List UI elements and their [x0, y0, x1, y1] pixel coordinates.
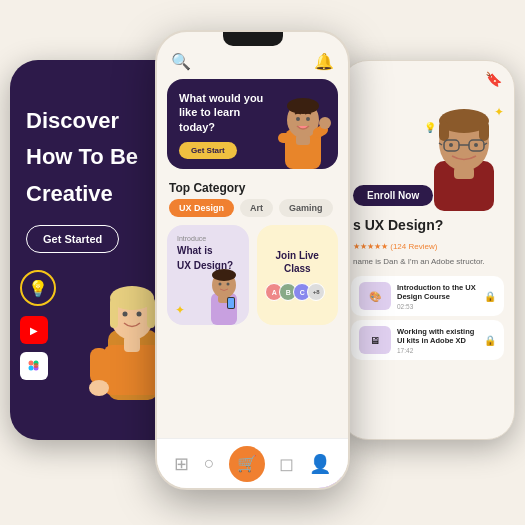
- category-gaming[interactable]: Gaming: [279, 199, 333, 217]
- cards-row: Introduce What is UX Design?: [167, 225, 338, 325]
- category-ux-design[interactable]: UX Design: [169, 199, 234, 217]
- course-thumb-2: 🖥: [359, 326, 391, 354]
- avatar-more: +8: [307, 283, 325, 301]
- left-icons: 💡 ▶: [20, 270, 56, 380]
- svg-text:💡: 💡: [424, 121, 437, 134]
- svg-point-32: [226, 283, 229, 286]
- lock-icon-1: 🔒: [484, 291, 496, 302]
- phone-right: 🔖: [340, 60, 515, 440]
- live-class-card[interactable]: Join Live Class A B C +8: [257, 225, 339, 325]
- banner-title-line2: like to learn: [179, 105, 326, 119]
- center-topbar: 🔍 🔔: [157, 46, 348, 75]
- figma-icon: [20, 352, 48, 380]
- course-duration-2: 17:42: [397, 347, 478, 354]
- lock-icon-2: 🔒: [484, 335, 496, 346]
- svg-rect-46: [479, 121, 489, 141]
- avatar-row: A B C +8: [269, 283, 325, 301]
- svg-rect-10: [104, 345, 162, 395]
- course-thumb-1: 🎨: [359, 282, 391, 310]
- category-art[interactable]: Art: [240, 199, 273, 217]
- svg-rect-12: [90, 348, 108, 384]
- right-phone-person: ✦ 💡: [414, 91, 514, 211]
- svg-rect-9: [147, 298, 155, 328]
- course-item-1[interactable]: 🎨 Introduction to the UX Design Course 0…: [351, 276, 504, 316]
- banner-title-line1: What would you: [179, 91, 326, 105]
- nav-profile-icon[interactable]: 👤: [309, 453, 331, 475]
- svg-rect-45: [439, 121, 449, 141]
- course-info-2: Working with existing UI kits in Adobe X…: [397, 327, 478, 355]
- nav-bookmark-icon[interactable]: ◻: [279, 453, 294, 475]
- right-topbar: 🔖: [341, 61, 514, 91]
- course-name-2: Working with existing UI kits in Adobe X…: [397, 327, 478, 347]
- svg-point-4: [34, 363, 39, 368]
- svg-point-14: [89, 380, 109, 396]
- nav-cart-icon[interactable]: 🛒: [229, 446, 265, 482]
- intro-title-line1: What is: [177, 244, 239, 257]
- introduce-card[interactable]: Introduce What is UX Design?: [167, 225, 249, 325]
- left-heading-line2: How To Be: [26, 144, 169, 170]
- sparkle-icon: ✦: [175, 303, 185, 317]
- svg-text:✦: ✦: [494, 105, 504, 119]
- live-title-line2: Class: [284, 262, 311, 275]
- svg-point-0: [29, 361, 34, 366]
- svg-point-53: [449, 143, 453, 147]
- rating: ★★★★★ (124 Review): [341, 240, 514, 253]
- svg-rect-47: [454, 167, 474, 179]
- svg-rect-34: [228, 298, 234, 308]
- banner-title-line3: today?: [179, 120, 326, 134]
- svg-point-16: [123, 312, 128, 317]
- left-heading-line1: Discover: [26, 108, 169, 134]
- course-duration-1: 02:53: [397, 303, 478, 310]
- course-name-1: Introduction to the UX Design Course: [397, 283, 478, 303]
- svg-rect-8: [110, 298, 118, 328]
- banner-text: What would you like to learn today? Get …: [179, 91, 326, 159]
- live-title-line1: Join Live: [276, 249, 319, 262]
- nav-search-icon[interactable]: ○: [204, 453, 215, 474]
- right-bookmark-icon[interactable]: 🔖: [485, 71, 502, 87]
- banner-cta-button[interactable]: Get Start: [179, 142, 237, 159]
- bottom-nav: ⊞ ○ 🛒 ◻ 👤: [157, 438, 348, 488]
- intro-label: Introduce: [177, 235, 239, 242]
- top-category-label: Top Category: [157, 173, 348, 199]
- svg-point-54: [474, 143, 478, 147]
- scene: Discover How To Be Creative Get Started …: [0, 0, 525, 525]
- svg-point-1: [29, 366, 34, 371]
- notch: [223, 32, 283, 46]
- intro-card-person: [199, 265, 249, 325]
- course-list: 🎨 Introduction to the UX Design Course 0…: [351, 276, 504, 360]
- nav-home-icon[interactable]: ⊞: [174, 453, 189, 475]
- left-heading-line3: Creative: [26, 181, 169, 207]
- bulb-icon: 💡: [20, 270, 56, 306]
- youtube-icon: ▶: [20, 316, 48, 344]
- svg-point-31: [218, 283, 221, 286]
- banner-card: What would you like to learn today? Get …: [167, 79, 338, 169]
- category-pills: UX Design Art Gaming: [157, 199, 348, 217]
- svg-rect-11: [124, 336, 140, 352]
- instructor-text: name is Dan & I'm an Adobe structor.: [341, 253, 514, 270]
- course-info-1: Introduction to the UX Design Course 02:…: [397, 283, 478, 311]
- ux-question: s UX Design?: [341, 210, 514, 240]
- phone-center: 🔍 🔔 What would you like to learn today? …: [155, 30, 350, 490]
- svg-point-17: [137, 312, 142, 317]
- course-item-2[interactable]: 🖥 Working with existing UI kits in Adobe…: [351, 320, 504, 360]
- search-icon[interactable]: 🔍: [171, 52, 191, 71]
- notification-icon[interactable]: 🔔: [314, 52, 334, 71]
- svg-point-29: [212, 269, 236, 281]
